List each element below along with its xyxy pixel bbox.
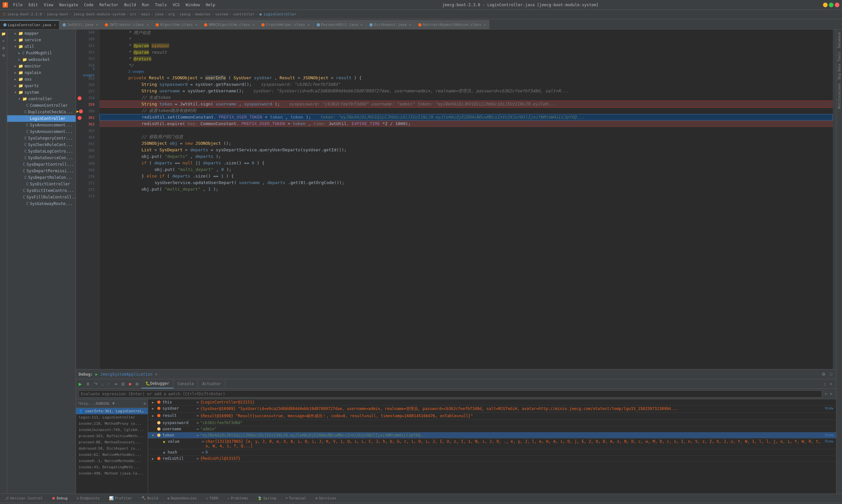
right-panel-database[interactable]: Database <box>837 31 842 49</box>
tab-console[interactable]: Console <box>174 379 198 389</box>
settings-strip[interactable]: ⚙ <box>1 45 6 51</box>
sidebar-item-sysannouncement2[interactable]: C SysAnnouncement... <box>7 128 76 135</box>
right-panel-bigdata[interactable]: Big Data Tools <box>837 50 842 80</box>
spring-button[interactable]: 🍃 Spring <box>255 496 279 501</box>
bc-submodule[interactable]: jeecg-boot-module-system <box>73 12 125 16</box>
step-out-button[interactable]: ↑ <box>106 381 111 387</box>
sidebar-item-syscategory[interactable]: C SysCategoryContr... <box>7 135 76 142</box>
debug-session-name[interactable]: JeecgSystemApplication <box>101 372 153 377</box>
sidebar-item-service[interactable]: ▶ 📁 service <box>7 37 76 43</box>
sidebar-item-controller[interactable]: ▼ 📁 controller <box>7 96 76 102</box>
bc-java[interactable]: java <box>155 12 164 16</box>
menu-window[interactable]: Window <box>183 2 202 8</box>
sidebar-item-duplicatecheck[interactable]: C DuplicateCheckCo... <box>7 109 76 115</box>
profiler-button[interactable]: 📊 Profiler <box>107 496 134 501</box>
menu-refactor[interactable]: Refactor <box>96 2 121 8</box>
step-over-button[interactable]: ↷ <box>93 381 99 387</box>
bc-module[interactable]: jeecg-boot <box>47 12 69 16</box>
close-watch[interactable]: × <box>828 391 834 397</box>
frame-item-3[interactable]: invokeJoinpoint:749, CglibA... <box>76 427 148 433</box>
menu-edit[interactable]: Edit <box>26 2 41 8</box>
sidebar-item-monitor[interactable]: ▶ 📁 monitor <box>7 63 76 69</box>
bc-org[interactable]: org <box>168 12 175 16</box>
tab-passwordutil[interactable]: PasswordUtil.java × <box>313 20 366 29</box>
tab-algorithm[interactable]: Algorithm.class × <box>152 20 201 29</box>
tab-abstractaspect[interactable]: AbstractAspectJAdvice.class × <box>415 20 490 29</box>
restore-layout[interactable]: ↕ <box>822 381 827 387</box>
bc-modules[interactable]: modules <box>195 12 210 16</box>
evaluate-button[interactable]: ⊞ <box>120 381 126 387</box>
var-token-view[interactable]: View <box>825 433 834 437</box>
bc-jeecg[interactable]: jeecg <box>179 12 190 16</box>
version-control-button[interactable]: ⎇ Version Control <box>3 496 44 501</box>
bc-src[interactable]: src <box>130 12 137 16</box>
menu-build[interactable]: Build <box>122 2 139 8</box>
vertical-scrollbar[interactable] <box>833 30 836 369</box>
tab-logincontroller[interactable]: LoginController.java × <box>0 20 59 29</box>
tab-jwtcreator[interactable]: JWTCreator.class × <box>102 20 152 29</box>
sidebar-item-sysdictitem[interactable]: C SysDictItemContro... <box>7 187 76 194</box>
right-panel-notifications[interactable]: Notifications <box>837 82 842 110</box>
menu-navigate[interactable]: Navigate <box>57 2 81 8</box>
var-token-hash[interactable]: ▶ ◉ hash = 0 <box>148 449 836 455</box>
problems-button[interactable]: ⚠ Problems <box>225 496 250 501</box>
sidebar-item-sysfillrule[interactable]: C SysFillRuleControll... <box>7 194 76 200</box>
sidebar-item-quartz[interactable]: ▶ 📁 quartz <box>7 83 76 89</box>
frame-item-6[interactable]: doAround:50, DictAspect (o... <box>76 445 148 452</box>
gear-icon[interactable]: ⚙ <box>1 52 6 58</box>
maximize-debug[interactable]: □ <box>828 371 834 377</box>
terminal-button[interactable]: ⌨ Terminal <box>283 496 308 501</box>
menu-file[interactable]: File <box>11 2 25 8</box>
sidebar-item-pushmsgutil[interactable]: ▶ C PushMsgUtil <box>7 50 76 56</box>
frame-item-2[interactable]: invoke:218, MethodProxy (o... <box>76 420 148 427</box>
frame-item-0[interactable]: 👤 userInfo:361, LoginController <box>76 408 148 414</box>
sidebar-item-system[interactable]: ▼ 📁 system <box>7 89 76 96</box>
sidebar-item-util[interactable]: ▼ 📁 util <box>7 43 76 50</box>
menu-help[interactable]: Help <box>203 2 218 8</box>
frame-item-7[interactable]: invoke:62, NativeMethodAcc... <box>76 452 148 458</box>
menu-tools[interactable]: Tools <box>152 2 169 8</box>
collapse-all[interactable]: ≡ <box>1 38 6 44</box>
var-this[interactable]: ▶ this = {LoginController@13151} <box>148 399 836 406</box>
frame-item-4[interactable]: proceed:163, ReflectiveMeth... <box>76 433 148 439</box>
stop-button[interactable]: ■ <box>127 381 133 387</box>
evaluate-input[interactable] <box>78 390 822 398</box>
menu-code[interactable]: Code <box>82 2 96 8</box>
bc-logincontroller[interactable]: ● LoginController <box>259 12 297 16</box>
var-syspassword[interactable]: ▶ syspassword = "cb362cfeefbf3d8d" <box>148 420 836 426</box>
run-cursor-button[interactable]: ⇥ <box>112 381 119 387</box>
sidebar-item-sysdepartpermission[interactable]: C SysDepartPermissi... <box>7 168 76 174</box>
code-editor[interactable]: ▶ 349 350 351 352 <box>76 30 836 369</box>
frame-item-10[interactable]: invoke:498, Method (java.la... <box>76 470 148 476</box>
var-sysuser[interactable]: ▶ sysUser = {SysUser@16989} "SysUser(id=… <box>148 406 836 413</box>
dependencies-button[interactable]: ◈ Dependencies <box>165 496 199 501</box>
build-button[interactable]: 🔨 Build <box>140 496 160 501</box>
breakpoint-dot-359[interactable] <box>78 96 82 100</box>
sidebar-item-sysdepart[interactable]: C SysDepartControll... <box>7 161 76 168</box>
tab-debugger[interactable]: 🐛 Debugger <box>142 379 174 389</box>
tab-cryptohelper[interactable]: CryptoHelper.class × <box>258 20 313 29</box>
sidebar-item-commoncontroller[interactable]: C CommonController <box>7 102 76 109</box>
step-into-button[interactable]: ↓ <box>100 381 105 387</box>
frame-item-9[interactable]: invoke:43, DelegatingMeth... <box>76 464 148 470</box>
tab-dictaspect[interactable]: DictAspect.java × <box>366 20 415 29</box>
services-button[interactable]: ⚙ Services <box>313 496 338 501</box>
sidebar-item-oss[interactable]: ▶ 📁 oss <box>7 76 76 83</box>
menu-run[interactable]: Run <box>139 2 151 8</box>
var-username[interactable]: ▶ username = "admin" <box>148 426 836 432</box>
var-token-value[interactable]: ▶ ◉ value = char[131]@17065} [e, y, J, 0… <box>148 438 836 449</box>
maximize-button[interactable] <box>829 3 834 7</box>
sidebar-item-ngalain[interactable]: ▶ 📁 ngalain <box>7 69 76 76</box>
frame-item-1[interactable]: login:111, LoginController <box>76 414 148 420</box>
endpoints-button[interactable]: ⊙ Endpoints <box>75 496 102 501</box>
pause-button[interactable]: ⏸ <box>85 381 91 387</box>
var-sysuser-view[interactable]: View <box>825 406 834 410</box>
var-redisutil[interactable]: ▶ redisUtil = {RedisUtil@13157} <box>148 455 836 462</box>
close-button[interactable] <box>835 3 839 7</box>
todo-button[interactable]: ☑ TODO <box>204 496 220 501</box>
sidebar-item-sysdatalog[interactable]: C SysDataLogContro... <box>7 148 76 155</box>
add-watch-button[interactable]: + <box>823 391 828 397</box>
menu-view[interactable]: View <box>41 2 56 8</box>
project-tree-toggle[interactable]: 📁 <box>1 31 6 37</box>
sidebar-item-websocket[interactable]: ▶ 📁 websocket <box>7 56 76 63</box>
